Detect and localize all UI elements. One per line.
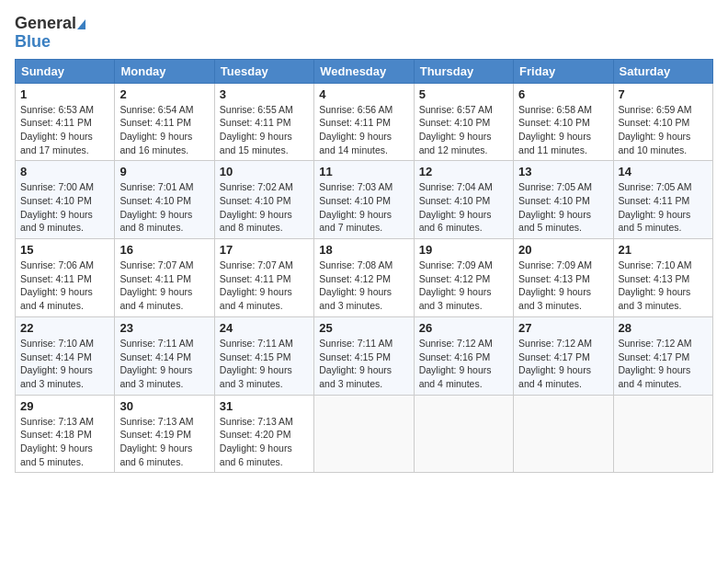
calendar-cell: 18Sunrise: 7:08 AM Sunset: 4:12 PM Dayli… — [314, 239, 414, 317]
calendar-cell: 5Sunrise: 6:57 AM Sunset: 4:10 PM Daylig… — [414, 83, 513, 161]
calendar-week-row: 22Sunrise: 7:10 AM Sunset: 4:14 PM Dayli… — [16, 316, 713, 395]
day-info: Sunrise: 7:13 AM Sunset: 4:20 PM Dayligh… — [220, 415, 309, 469]
day-number: 8 — [20, 165, 109, 178]
calendar-cell: 19Sunrise: 7:09 AM Sunset: 4:12 PM Dayli… — [414, 239, 513, 317]
calendar-cell — [314, 395, 414, 473]
day-info: Sunrise: 7:02 AM Sunset: 4:10 PM Dayligh… — [220, 180, 309, 235]
header: General Blue — [15, 15, 713, 52]
calendar-cell: 3Sunrise: 6:55 AM Sunset: 4:11 PM Daylig… — [214, 83, 313, 161]
header-cell-saturday: Saturday — [613, 59, 712, 83]
calendar-cell: 2Sunrise: 6:54 AM Sunset: 4:11 PM Daylig… — [115, 83, 214, 161]
logo: General Blue — [15, 15, 85, 52]
day-info: Sunrise: 7:08 AM Sunset: 4:12 PM Dayligh… — [319, 259, 408, 313]
day-info: Sunrise: 7:06 AM Sunset: 4:11 PM Dayligh… — [20, 259, 109, 313]
calendar-cell: 28Sunrise: 7:12 AM Sunset: 4:17 PM Dayli… — [613, 316, 712, 395]
calendar-cell: 14Sunrise: 7:05 AM Sunset: 4:11 PM Dayli… — [613, 161, 712, 239]
calendar-cell: 15Sunrise: 7:06 AM Sunset: 4:11 PM Dayli… — [16, 239, 115, 317]
day-number: 6 — [518, 87, 608, 101]
day-number: 18 — [319, 243, 408, 257]
day-info: Sunrise: 6:53 AM Sunset: 4:11 PM Dayligh… — [20, 103, 109, 157]
day-info: Sunrise: 7:01 AM Sunset: 4:10 PM Dayligh… — [119, 180, 209, 235]
day-info: Sunrise: 7:03 AM Sunset: 4:10 PM Dayligh… — [319, 180, 408, 235]
day-number: 12 — [419, 165, 508, 178]
header-cell-friday: Friday — [514, 59, 613, 83]
day-number: 27 — [518, 321, 608, 335]
day-number: 22 — [20, 321, 109, 335]
header-cell-tuesday: Tuesday — [214, 59, 313, 83]
day-number: 20 — [518, 243, 608, 257]
day-info: Sunrise: 7:12 AM Sunset: 4:17 PM Dayligh… — [518, 337, 608, 391]
day-info: Sunrise: 6:54 AM Sunset: 4:11 PM Dayligh… — [119, 103, 209, 157]
header-cell-monday: Monday — [115, 59, 214, 83]
calendar-cell: 31Sunrise: 7:13 AM Sunset: 4:20 PM Dayli… — [214, 395, 313, 473]
day-info: Sunrise: 7:07 AM Sunset: 4:11 PM Dayligh… — [220, 259, 309, 313]
calendar-cell: 7Sunrise: 6:59 AM Sunset: 4:10 PM Daylig… — [613, 83, 712, 161]
calendar-week-row: 15Sunrise: 7:06 AM Sunset: 4:11 PM Dayli… — [16, 239, 713, 317]
calendar-cell: 29Sunrise: 7:13 AM Sunset: 4:18 PM Dayli… — [16, 395, 115, 473]
day-number: 1 — [20, 87, 109, 101]
calendar-cell: 9Sunrise: 7:01 AM Sunset: 4:10 PM Daylig… — [115, 161, 214, 239]
day-info: Sunrise: 7:13 AM Sunset: 4:19 PM Dayligh… — [119, 415, 209, 469]
day-info: Sunrise: 6:56 AM Sunset: 4:11 PM Dayligh… — [319, 103, 408, 157]
day-number: 14 — [619, 165, 708, 178]
calendar-cell: 16Sunrise: 7:07 AM Sunset: 4:11 PM Dayli… — [115, 239, 214, 317]
day-number: 11 — [319, 165, 408, 178]
day-info: Sunrise: 7:12 AM Sunset: 4:16 PM Dayligh… — [419, 337, 508, 391]
calendar-cell: 23Sunrise: 7:11 AM Sunset: 4:14 PM Dayli… — [115, 316, 214, 395]
day-info: Sunrise: 6:59 AM Sunset: 4:10 PM Dayligh… — [619, 103, 708, 157]
calendar: SundayMondayTuesdayWednesdayThursdayFrid… — [15, 59, 713, 474]
day-number: 10 — [220, 165, 309, 178]
day-info: Sunrise: 6:57 AM Sunset: 4:10 PM Dayligh… — [419, 103, 508, 157]
calendar-cell — [414, 395, 513, 473]
day-number: 26 — [419, 321, 508, 335]
day-number: 29 — [20, 399, 109, 413]
day-info: Sunrise: 7:05 AM Sunset: 4:11 PM Dayligh… — [619, 180, 708, 235]
calendar-cell: 10Sunrise: 7:02 AM Sunset: 4:10 PM Dayli… — [214, 161, 313, 239]
day-number: 17 — [220, 243, 309, 257]
day-number: 25 — [319, 321, 408, 335]
logo-blue: Blue — [15, 33, 85, 52]
day-info: Sunrise: 7:00 AM Sunset: 4:10 PM Dayligh… — [20, 180, 109, 235]
calendar-cell: 25Sunrise: 7:11 AM Sunset: 4:15 PM Dayli… — [314, 316, 414, 395]
day-number: 24 — [220, 321, 309, 335]
day-number: 19 — [419, 243, 508, 257]
calendar-cell: 30Sunrise: 7:13 AM Sunset: 4:19 PM Dayli… — [115, 395, 214, 473]
calendar-cell: 12Sunrise: 7:04 AM Sunset: 4:10 PM Dayli… — [414, 161, 513, 239]
day-info: Sunrise: 7:11 AM Sunset: 4:15 PM Dayligh… — [220, 337, 309, 391]
day-number: 30 — [119, 399, 209, 413]
logo-general: General — [15, 14, 76, 32]
day-number: 2 — [119, 87, 209, 101]
day-info: Sunrise: 7:11 AM Sunset: 4:15 PM Dayligh… — [319, 337, 408, 391]
calendar-cell: 27Sunrise: 7:12 AM Sunset: 4:17 PM Dayli… — [514, 316, 613, 395]
calendar-cell: 21Sunrise: 7:10 AM Sunset: 4:13 PM Dayli… — [613, 239, 712, 317]
calendar-cell: 8Sunrise: 7:00 AM Sunset: 4:10 PM Daylig… — [16, 161, 115, 239]
calendar-week-row: 1Sunrise: 6:53 AM Sunset: 4:11 PM Daylig… — [16, 83, 713, 161]
day-number: 16 — [119, 243, 209, 257]
day-number: 15 — [20, 243, 109, 257]
calendar-cell: 17Sunrise: 7:07 AM Sunset: 4:11 PM Dayli… — [214, 239, 313, 317]
header-cell-wednesday: Wednesday — [314, 59, 414, 83]
calendar-header-row: SundayMondayTuesdayWednesdayThursdayFrid… — [16, 59, 713, 83]
header-cell-sunday: Sunday — [16, 59, 115, 83]
day-number: 23 — [119, 321, 209, 335]
day-info: Sunrise: 6:55 AM Sunset: 4:11 PM Dayligh… — [220, 103, 309, 157]
day-info: Sunrise: 7:13 AM Sunset: 4:18 PM Dayligh… — [20, 415, 109, 469]
day-info: Sunrise: 7:04 AM Sunset: 4:10 PM Dayligh… — [419, 180, 508, 235]
calendar-cell: 24Sunrise: 7:11 AM Sunset: 4:15 PM Dayli… — [214, 316, 313, 395]
calendar-cell: 11Sunrise: 7:03 AM Sunset: 4:10 PM Dayli… — [314, 161, 414, 239]
calendar-week-row: 29Sunrise: 7:13 AM Sunset: 4:18 PM Dayli… — [16, 395, 713, 473]
calendar-cell: 13Sunrise: 7:05 AM Sunset: 4:10 PM Dayli… — [514, 161, 613, 239]
day-number: 31 — [220, 399, 309, 413]
day-info: Sunrise: 7:10 AM Sunset: 4:14 PM Dayligh… — [20, 337, 109, 391]
calendar-cell: 20Sunrise: 7:09 AM Sunset: 4:13 PM Dayli… — [514, 239, 613, 317]
header-cell-thursday: Thursday — [414, 59, 513, 83]
day-info: Sunrise: 7:10 AM Sunset: 4:13 PM Dayligh… — [619, 259, 708, 313]
calendar-cell: 1Sunrise: 6:53 AM Sunset: 4:11 PM Daylig… — [16, 83, 115, 161]
calendar-cell: 4Sunrise: 6:56 AM Sunset: 4:11 PM Daylig… — [314, 83, 414, 161]
day-info: Sunrise: 7:11 AM Sunset: 4:14 PM Dayligh… — [119, 337, 209, 391]
day-number: 5 — [419, 87, 508, 101]
day-number: 21 — [619, 243, 708, 257]
calendar-body: 1Sunrise: 6:53 AM Sunset: 4:11 PM Daylig… — [16, 83, 713, 473]
calendar-cell: 6Sunrise: 6:58 AM Sunset: 4:10 PM Daylig… — [514, 83, 613, 161]
day-info: Sunrise: 7:09 AM Sunset: 4:13 PM Dayligh… — [518, 259, 608, 313]
